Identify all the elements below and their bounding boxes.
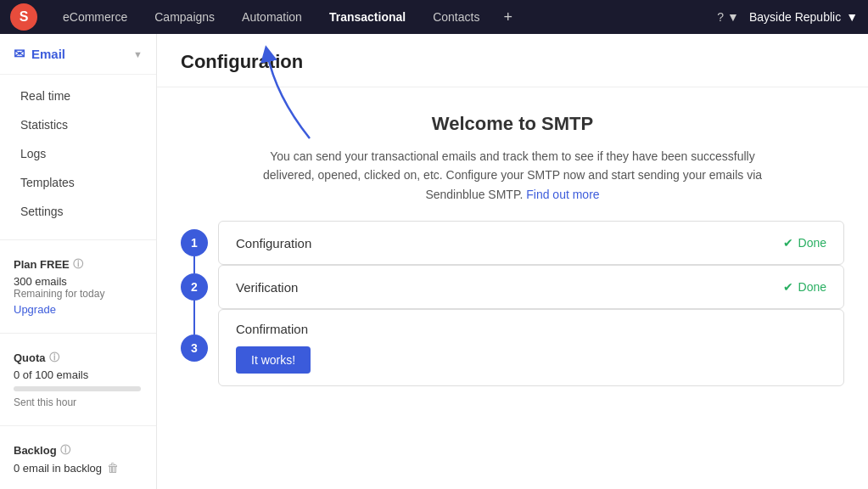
timeline-col-2: 2 xyxy=(181,265,208,309)
email-chevron-icon: ▼ xyxy=(133,49,143,59)
step-row-3: 3 Confirmation It works! xyxy=(181,309,844,386)
quota-sent: Sent this hour xyxy=(14,396,143,408)
backlog-label-text: Backlog xyxy=(14,444,57,457)
sidebar-plan: Plan FREE ⓘ 300 emails Remaining for tod… xyxy=(0,247,156,326)
plan-remaining: Remaining for today xyxy=(14,288,143,300)
step-card-1: Configuration ✔ Done xyxy=(218,221,844,265)
nav-item-contacts[interactable]: Contacts xyxy=(421,5,491,29)
sidebar-item-logs[interactable]: Logs xyxy=(0,139,156,168)
quota-info-icon[interactable]: ⓘ xyxy=(49,351,59,365)
timeline-line-top-3 xyxy=(193,309,195,334)
timeline-line-bottom-1 xyxy=(193,256,195,265)
sidebar-email-label: Email xyxy=(31,47,65,61)
top-nav: S eCommerce Campaigns Automation Transac… xyxy=(0,0,868,34)
step-label-1: Configuration xyxy=(236,236,311,250)
nav-items: eCommerce Campaigns Automation Transacti… xyxy=(51,3,717,31)
quota-count: 0 of 100 emails xyxy=(14,368,143,381)
plan-upgrade-link[interactable]: Upgrade xyxy=(14,303,56,316)
sidebar-email-header[interactable]: ✉ Email ▼ xyxy=(0,34,156,75)
sidebar-item-statistics[interactable]: Statistics xyxy=(0,110,156,139)
plan-label-text: Plan FREE xyxy=(14,258,70,271)
step-row-2: 2 Verification ✔ Done xyxy=(181,265,844,309)
quota-bar xyxy=(14,386,141,391)
sidebar-nav: Real time Statistics Logs Templates Sett… xyxy=(0,75,156,233)
backlog-count-text: 0 email in backlog xyxy=(14,462,102,475)
sidebar-backlog: Backlog ⓘ 0 email in backlog 🗑 xyxy=(0,433,156,485)
backlog-info-icon[interactable]: ⓘ xyxy=(60,443,70,458)
timeline-col-1: 1 xyxy=(181,221,208,265)
logo: S xyxy=(10,3,37,31)
step-circle-3: 3 xyxy=(181,334,208,362)
main-content: Configuration Welcome to SMTP You can se… xyxy=(157,34,868,489)
check-icon-2: ✔ xyxy=(783,280,793,294)
sidebar-item-settings[interactable]: Settings xyxy=(0,197,156,226)
backlog-count: 0 email in backlog 🗑 xyxy=(14,461,143,475)
nav-item-campaigns[interactable]: Campaigns xyxy=(143,5,227,29)
timeline-col-3: 3 xyxy=(181,309,208,386)
find-out-more-link[interactable]: Find out more xyxy=(526,188,599,201)
sidebar-item-realtime[interactable]: Real time xyxy=(0,82,156,110)
nav-item-ecommerce[interactable]: eCommerce xyxy=(51,5,139,29)
steps-container: 1 Configuration ✔ Done 2 xyxy=(157,221,868,403)
help-button[interactable]: ? ▼ xyxy=(717,10,739,24)
confirm-title: Confirmation xyxy=(236,322,826,336)
help-icon: ? xyxy=(717,10,724,24)
plan-info-icon[interactable]: ⓘ xyxy=(73,257,83,272)
step-circle-2: 2 xyxy=(181,273,208,301)
step-card-3: Confirmation It works! xyxy=(218,309,844,386)
step-circle-1: 1 xyxy=(181,229,208,256)
nav-plus[interactable]: + xyxy=(495,3,521,31)
step-status-1: Done xyxy=(798,236,826,250)
welcome-section: Welcome to SMTP You can send your transa… xyxy=(157,87,868,221)
timeline-line-bottom-2 xyxy=(193,301,195,309)
smtp-arrow xyxy=(242,45,327,147)
nav-item-automation[interactable]: Automation xyxy=(230,5,314,29)
welcome-text: You can send your transactional emails a… xyxy=(258,147,767,204)
check-icon-1: ✔ xyxy=(783,236,793,250)
step-done-1: ✔ Done xyxy=(783,236,826,250)
step-row-1: 1 Configuration ✔ Done xyxy=(181,221,844,265)
nav-right: ? ▼ Bayside Republic ▼ xyxy=(717,10,858,24)
step-card-2: Verification ✔ Done xyxy=(218,265,844,309)
sidebar: ✉ Email ▼ Real time Statistics Logs Temp… xyxy=(0,34,157,489)
plan-emails: 300 emails xyxy=(14,275,143,288)
account-label: Bayside Republic xyxy=(749,10,841,24)
help-chevron: ▼ xyxy=(727,10,739,24)
account-chevron: ▼ xyxy=(846,10,858,24)
account-menu[interactable]: Bayside Republic ▼ xyxy=(749,10,858,24)
sidebar-quota: Quota ⓘ 0 of 100 emails Sent this hour xyxy=(0,340,156,419)
step-done-2: ✔ Done xyxy=(783,280,826,294)
step-status-2: Done xyxy=(798,280,826,294)
step-label-2: Verification xyxy=(236,280,298,295)
welcome-text-content: You can send your transactional emails a… xyxy=(263,149,762,201)
it-works-button[interactable]: It works! xyxy=(236,346,311,374)
nav-item-transactional[interactable]: Transactional xyxy=(317,5,417,29)
trash-icon[interactable]: 🗑 xyxy=(107,461,119,475)
email-icon: ✉ xyxy=(14,46,25,62)
quota-label-text: Quota xyxy=(14,351,46,364)
timeline-line-top-2 xyxy=(193,265,195,273)
sidebar-item-templates[interactable]: Templates xyxy=(0,168,156,197)
